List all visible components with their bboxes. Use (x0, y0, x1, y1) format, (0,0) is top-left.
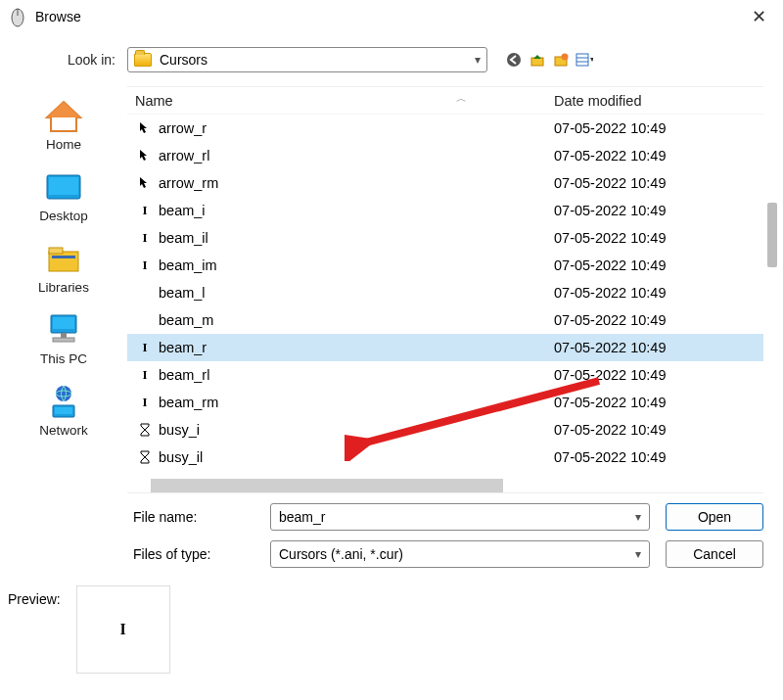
look-in-value: Cursors (160, 52, 207, 68)
bottom-form: File name: beam_r ▾ Open Files of type: … (0, 493, 783, 568)
file-name: beam_m (155, 312, 554, 328)
ibeam-icon: I (120, 621, 126, 638)
ibeam-icon: I (135, 230, 155, 246)
cancel-button[interactable]: Cancel (666, 540, 763, 568)
file-name: busy_il (155, 449, 554, 465)
place-libraries-label: Libraries (38, 280, 89, 295)
file-row[interactable]: beam_l07-05-2022 10:49 (127, 279, 763, 306)
desktop-icon (42, 169, 85, 205)
svg-rect-12 (49, 248, 63, 254)
hourglass-icon (135, 423, 155, 437)
filename-value: beam_r (279, 509, 325, 525)
file-row[interactable]: Ibeam_il07-05-2022 10:49 (127, 224, 763, 252)
place-thispc[interactable]: This PC (0, 308, 127, 370)
file-list-pane: Name Date modified ︿ arrow_r07-05-2022 1… (127, 86, 763, 493)
file-name: beam_il (155, 230, 554, 246)
back-icon[interactable] (505, 51, 523, 69)
arrow-icon (135, 176, 155, 190)
file-date: 07-05-2022 10:49 (554, 203, 763, 218)
hourglass-icon (135, 450, 155, 464)
file-date: 07-05-2022 10:49 (554, 449, 763, 465)
filetype-field[interactable]: Cursors (*.ani, *.cur) ▾ (270, 540, 650, 568)
chevron-down-icon: ▾ (635, 510, 641, 524)
up-folder-icon[interactable] (529, 51, 546, 69)
place-network[interactable]: Network (0, 380, 127, 442)
ibeam-icon: I (135, 367, 155, 383)
file-name: beam_im (155, 257, 554, 273)
file-row[interactable]: Ibeam_i07-05-2022 10:49 (127, 197, 763, 224)
new-folder-icon[interactable] (552, 51, 570, 69)
view-menu-icon[interactable] (576, 51, 593, 69)
file-row[interactable]: Ibeam_rm07-05-2022 10:49 (127, 389, 763, 416)
folder-icon (134, 53, 152, 67)
horizontal-scrollbar[interactable] (151, 479, 503, 492)
file-date: 07-05-2022 10:49 (554, 340, 763, 355)
look-in-label: Look in: (0, 52, 127, 68)
ibeam-icon: I (135, 203, 155, 218)
svg-point-2 (507, 53, 521, 67)
file-row[interactable]: arrow_rl07-05-2022 10:49 (127, 142, 763, 169)
svg-rect-13 (52, 256, 75, 258)
svg-rect-3 (531, 58, 543, 66)
file-rows: arrow_r07-05-2022 10:49arrow_rl07-05-202… (127, 115, 763, 479)
place-desktop[interactable]: Desktop (0, 165, 127, 227)
preview-label: Preview: (8, 585, 61, 607)
thispc-icon (42, 312, 85, 348)
file-date: 07-05-2022 10:49 (554, 395, 763, 410)
svg-rect-15 (53, 317, 74, 329)
file-row[interactable]: Ibeam_r07-05-2022 10:49 (127, 334, 763, 361)
file-row[interactable]: busy_i07-05-2022 10:49 (127, 416, 763, 443)
ibeam-icon: I (135, 395, 155, 410)
open-button[interactable]: Open (666, 503, 763, 531)
network-icon (42, 384, 85, 419)
svg-point-18 (56, 386, 71, 401)
preview-box: I (76, 585, 170, 674)
place-network-label: Network (39, 423, 88, 438)
col-date[interactable]: Date modified (554, 93, 763, 109)
place-home-label: Home (46, 137, 81, 152)
title-bar: Browse ✕ (0, 0, 783, 33)
file-name: beam_l (155, 285, 554, 301)
file-name: arrow_rm (155, 175, 554, 191)
preview-area: Preview: I (0, 578, 783, 674)
filetype-label: Files of type: (133, 546, 270, 562)
chevron-down-icon: ▾ (635, 547, 641, 561)
file-name: busy_i (155, 422, 554, 438)
file-name: beam_i (155, 203, 554, 218)
file-date: 07-05-2022 10:49 (554, 312, 763, 328)
close-button[interactable]: ✕ (744, 6, 773, 27)
file-date: 07-05-2022 10:49 (554, 422, 763, 438)
svg-rect-16 (61, 333, 67, 338)
file-row[interactable]: Ibeam_im07-05-2022 10:49 (127, 252, 763, 279)
file-row[interactable]: arrow_r07-05-2022 10:49 (127, 115, 763, 142)
mouse-icon (10, 6, 27, 27)
svg-rect-6 (576, 54, 588, 66)
ibeam-icon: I (135, 340, 155, 355)
file-row[interactable]: arrow_rm07-05-2022 10:49 (127, 169, 763, 197)
file-row[interactable]: beam_m07-05-2022 10:49 (127, 306, 763, 334)
place-desktop-label: Desktop (39, 209, 88, 223)
place-thispc-label: This PC (40, 351, 87, 366)
file-row[interactable]: Ibeam_rl07-05-2022 10:49 (127, 361, 763, 389)
svg-point-5 (562, 54, 569, 61)
file-date: 07-05-2022 10:49 (554, 285, 763, 301)
svg-rect-11 (49, 252, 78, 271)
place-home[interactable]: Home (0, 94, 127, 156)
filetype-value: Cursors (*.ani, *.cur) (279, 546, 403, 562)
place-libraries[interactable]: Libraries (0, 237, 127, 299)
svg-rect-21 (55, 407, 72, 414)
home-icon (42, 98, 85, 133)
file-name: arrow_rl (155, 148, 554, 163)
file-date: 07-05-2022 10:49 (554, 148, 763, 163)
vertical-scrollbar[interactable] (767, 203, 777, 267)
column-headers[interactable]: Name Date modified ︿ (127, 87, 763, 115)
window-title: Browse (35, 9, 81, 24)
sort-up-icon: ︿ (456, 91, 467, 106)
file-row[interactable]: busy_il07-05-2022 10:49 (127, 443, 763, 471)
col-name[interactable]: Name (135, 93, 554, 109)
look-in-dropdown[interactable]: Cursors ▾ (127, 47, 487, 72)
svg-rect-10 (49, 177, 78, 195)
file-name: beam_rl (155, 367, 554, 383)
filename-field[interactable]: beam_r ▾ (270, 503, 650, 531)
file-date: 07-05-2022 10:49 (554, 120, 763, 136)
